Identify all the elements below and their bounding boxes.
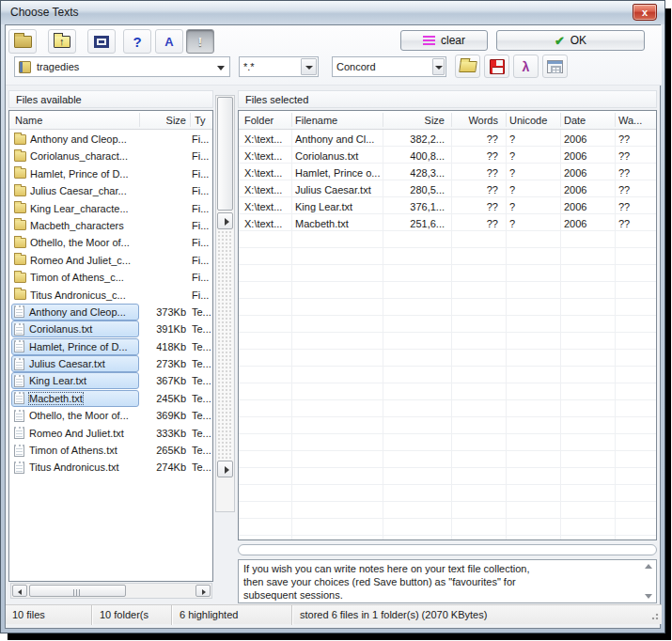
files-selected-label: Files selected — [238, 90, 657, 108]
notes-line: If you wish you can write notes here on … — [243, 562, 639, 575]
column-header-folder[interactable]: Folder — [244, 111, 289, 130]
scroll-right-button[interactable] — [195, 585, 211, 597]
item-icon — [14, 305, 24, 318]
column-header-filename[interactable]: Filename — [295, 111, 383, 130]
scroll-up-icon[interactable] — [645, 564, 652, 569]
pdf-convert-button[interactable]: λ — [513, 55, 539, 78]
table-row[interactable]: X:\text... Julius Caesar.txt 280,5... ??… — [239, 181, 656, 198]
close-button[interactable]: x — [633, 4, 657, 21]
status-folders: 10 folder(s — [93, 605, 172, 625]
status-highlighted: 6 highlighted — [173, 605, 292, 625]
load-favourites-button[interactable] — [455, 55, 480, 78]
item-icon — [14, 358, 24, 370]
list-item[interactable]: Anthony and Cleop... 373Kb Te... — [9, 304, 212, 320]
table-row[interactable]: X:\text... Anthony and Cl... 382,2... ??… — [239, 131, 656, 148]
list-item[interactable]: Othello, the Moor of... Fi... — [9, 234, 212, 251]
pattern-combo-value: *.* — [243, 61, 255, 72]
chevron-down-icon[interactable] — [301, 58, 317, 75]
view-screen-button[interactable] — [87, 29, 116, 54]
chevron-down-icon[interactable] — [432, 58, 445, 75]
column-header-date[interactable]: Date — [564, 111, 605, 130]
list-item[interactable]: Hamlet, Prince of D... Fi... — [9, 165, 212, 182]
item-icon — [14, 255, 26, 265]
item-icon — [14, 427, 24, 439]
scroll-down-icon[interactable] — [645, 594, 652, 599]
table-row[interactable]: X:\text... Macbeth.txt 251,6... ?? ? 200… — [239, 215, 656, 232]
vertical-scrollbar[interactable] — [215, 95, 235, 512]
notes-line: then save your choices (red Save button)… — [243, 575, 639, 588]
column-header-size[interactable]: Size — [143, 111, 186, 130]
scrollbar-track[interactable] — [217, 230, 233, 460]
table-row[interactable]: X:\text... Coriolanus.txt 400,8... ?? ? … — [239, 148, 656, 164]
list-item[interactable]: Macbeth.txt 245Kb Te... — [9, 390, 212, 407]
list-item[interactable]: Coriolanus_charact... Fi... — [9, 148, 212, 164]
titlebar[interactable]: Choose Texts x — [1, 1, 664, 24]
font-button[interactable]: A — [155, 29, 183, 54]
scroll-button[interactable] — [217, 461, 233, 477]
list-item[interactable]: Othello, the Moor of... 369Kb Te... — [9, 407, 212, 424]
files-available-label: Files available — [8, 90, 213, 108]
screen-icon — [94, 36, 109, 48]
item-icon — [14, 151, 26, 162]
ok-button[interactable]: ✔ OK — [496, 30, 645, 51]
column-header-wa[interactable]: Wa... — [618, 111, 654, 130]
scrollbar-thumb[interactable] — [217, 97, 233, 211]
list-item[interactable]: Hamlet, Prince of D... 418Kb Te... — [9, 338, 212, 355]
list-item[interactable]: Titus Andronicus.txt 274Kb Te... — [9, 459, 212, 476]
table-row[interactable]: X:\text... King Lear.txt 376,1... ?? ? 2… — [239, 198, 656, 215]
toggle-panel-button[interactable]: ! — [186, 29, 214, 54]
clear-button[interactable]: clear — [400, 30, 488, 51]
help-icon: ? — [133, 34, 141, 50]
column-header-unicode[interactable]: Unicode — [509, 111, 556, 130]
notes-title-field[interactable] — [238, 544, 657, 555]
list-item[interactable]: King Lear_characte... Fi... — [9, 200, 212, 217]
font-icon: A — [164, 35, 173, 49]
list-item[interactable]: Titus Andronicus_c... Fi... — [9, 287, 212, 304]
column-header-size[interactable]: Size — [383, 111, 445, 130]
open-folder-button[interactable] — [8, 29, 37, 54]
table-row[interactable]: X:\text... Hamlet, Prince o... 428,3... … — [239, 164, 656, 181]
pattern-combo[interactable]: *.* — [239, 56, 319, 77]
list-item[interactable]: Coriolanus.txt 391Kb Te... — [9, 320, 212, 337]
item-icon — [14, 289, 26, 300]
item-icon — [14, 273, 26, 283]
grid-view-button[interactable] — [542, 55, 568, 78]
column-header-words[interactable]: Words — [451, 111, 498, 130]
item-icon — [14, 375, 24, 387]
scrollbar-thumb[interactable] — [29, 585, 126, 597]
item-icon — [14, 461, 24, 474]
arrow-left-icon — [18, 589, 22, 595]
scroll-button[interactable] — [217, 212, 233, 229]
chevron-down-icon[interactable] — [217, 66, 225, 70]
horizontal-scrollbar[interactable] — [10, 583, 212, 599]
exclamation-icon: ! — [198, 35, 202, 49]
adobe-pdf-icon: λ — [523, 59, 530, 74]
item-icon — [14, 445, 24, 457]
notes-textarea[interactable]: If you wish you can write notes here on … — [238, 559, 657, 603]
resize-grip-icon[interactable] — [649, 610, 660, 621]
list-item[interactable]: Timon of Athens_c... Fi... — [9, 269, 212, 286]
item-icon — [14, 238, 26, 248]
folder-up-icon — [54, 36, 70, 48]
ok-label: OK — [570, 34, 586, 47]
folder-up-button[interactable] — [48, 29, 76, 54]
help-button[interactable]: ? — [123, 29, 151, 54]
list-item[interactable]: Julius Caesar.txt 273Kb Te... — [9, 355, 212, 372]
column-header-type[interactable]: Ty — [195, 111, 213, 130]
status-bar: 10 files 10 folder(s 6 highlighted store… — [6, 604, 662, 624]
list-item[interactable]: Romeo And Juliet_c... Fi... — [9, 252, 212, 269]
column-header-name[interactable]: Name — [15, 111, 128, 130]
open-folder-icon — [459, 61, 477, 72]
list-item[interactable]: King Lear.txt 367Kb Te... — [9, 372, 212, 389]
scroll-left-button[interactable] — [12, 585, 27, 597]
tool-combo[interactable]: Concord — [332, 56, 446, 77]
item-icon — [14, 186, 26, 196]
list-item[interactable]: Julius Caesar_char... Fi... — [9, 182, 212, 199]
list-item[interactable]: Anthony and Cleop... Fi... — [9, 131, 212, 148]
save-favourites-button[interactable] — [484, 55, 509, 78]
folder-combo[interactable]: tragedies — [14, 56, 230, 77]
arrow-right-icon — [225, 218, 229, 226]
list-item[interactable]: Macbeth_characters Fi... — [9, 217, 212, 234]
list-item[interactable]: Timon of Athens.txt 265Kb Te... — [9, 442, 212, 459]
list-item[interactable]: Romeo And Juliet.txt 333Kb Te... — [9, 425, 212, 442]
